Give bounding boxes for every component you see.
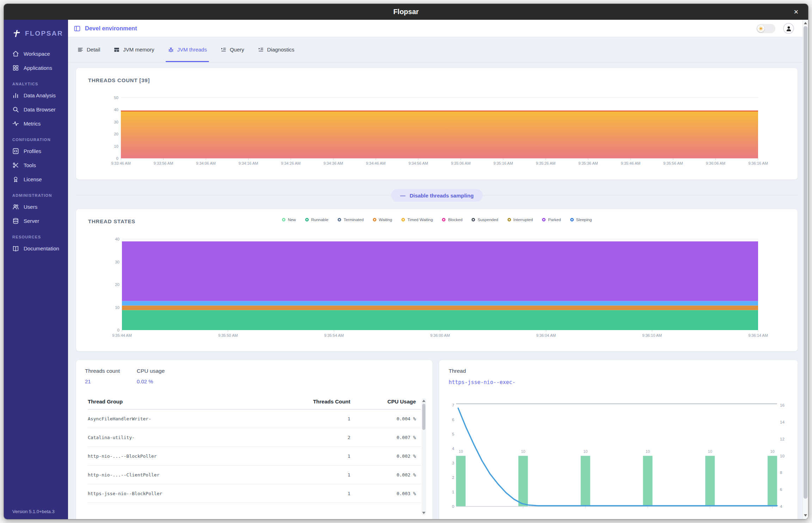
svg-text:10: 10 bbox=[780, 454, 785, 458]
table-row[interactable]: Catalina-utility-20.007 % bbox=[88, 428, 421, 447]
cell-thread-group: http-nio-...--ClientPoller bbox=[88, 472, 289, 478]
svg-text:10: 10 bbox=[770, 449, 774, 454]
environment-selector[interactable]: Devel environment bbox=[74, 20, 137, 37]
panel-toggle-icon[interactable] bbox=[74, 25, 81, 32]
sidebar-item-label: Applications bbox=[24, 65, 52, 71]
legend-ring bbox=[442, 218, 445, 221]
theme-toggle[interactable] bbox=[756, 24, 775, 33]
svg-text:9:33:56 AM: 9:33:56 AM bbox=[154, 161, 173, 165]
close-icon[interactable]: × bbox=[790, 4, 802, 20]
svg-text:9:35:36 AM: 9:35:36 AM bbox=[578, 161, 598, 165]
award-icon bbox=[12, 176, 19, 183]
table-row[interactable]: http-nio-...--BlockPoller10.002 % bbox=[88, 447, 421, 466]
threads-count-value: 21 bbox=[85, 378, 91, 384]
legend-item-waiting[interactable]: Waiting bbox=[373, 218, 392, 222]
playlist-icon bbox=[220, 47, 227, 53]
sidebar-item-label: Users bbox=[24, 204, 37, 210]
sidebar-item-workspace[interactable]: Workspace bbox=[4, 47, 68, 61]
user-avatar[interactable] bbox=[783, 23, 794, 34]
table-header: Thread Group Threads Count CPU Usage bbox=[88, 394, 421, 409]
sidebar-item-tools[interactable]: Tools bbox=[4, 158, 68, 172]
legend-label: Terminated bbox=[344, 218, 364, 222]
svg-text:9:34:26 AM: 9:34:26 AM bbox=[281, 161, 301, 165]
sun-icon[interactable] bbox=[757, 25, 764, 32]
sidebar-item-data-analysis[interactable]: Data Analysis bbox=[4, 88, 68, 102]
legend-label: Waiting bbox=[379, 218, 392, 222]
legend-item-runnable[interactable]: Runnable bbox=[305, 218, 328, 222]
tab-jvm-threads[interactable]: JVM threads bbox=[168, 37, 207, 62]
tab-query[interactable]: Query bbox=[220, 37, 244, 62]
table-row[interactable]: http-nio-...--ClientPoller10.002 % bbox=[88, 466, 421, 484]
sidebar-item-profiles[interactable]: Profiles bbox=[4, 144, 68, 158]
svg-text:0: 0 bbox=[452, 504, 454, 509]
sidebar-item-documentation[interactable]: Documentation bbox=[4, 241, 68, 255]
bug-icon bbox=[168, 47, 174, 53]
sidebar-item-license[interactable]: License bbox=[4, 172, 68, 186]
cell-threads-count: 1 bbox=[289, 454, 350, 459]
cell-cpu-usage: 0.003 % bbox=[350, 491, 421, 496]
sidebar-item-label: Documentation bbox=[24, 245, 59, 251]
legend-ring bbox=[542, 218, 546, 221]
svg-text:14: 14 bbox=[780, 420, 785, 424]
sidebar-item-applications[interactable]: Applications bbox=[4, 61, 68, 75]
scroll-down-icon[interactable] bbox=[422, 510, 426, 515]
cell-thread-group: https-jsse-nio--BlockPoller bbox=[88, 491, 289, 496]
svg-text:9:34:16 AM: 9:34:16 AM bbox=[239, 161, 258, 165]
tab-detail[interactable]: Detail bbox=[77, 37, 100, 62]
tab-label: JVM threads bbox=[177, 47, 207, 53]
legend-item-sleeping[interactable]: Sleeping bbox=[570, 218, 592, 222]
svg-text:4: 4 bbox=[452, 446, 455, 451]
svg-text:7: 7 bbox=[452, 403, 454, 407]
legend-item-suspended[interactable]: Suspended bbox=[472, 218, 498, 222]
legend-ring bbox=[373, 218, 376, 221]
svg-text:6: 6 bbox=[452, 418, 454, 422]
environment-title[interactable]: Devel environment bbox=[85, 25, 137, 32]
scroll-up-icon[interactable] bbox=[422, 398, 426, 403]
scroll-down-icon[interactable] bbox=[803, 513, 808, 518]
legend-label: Runnable bbox=[311, 218, 328, 222]
legend-label: Blocked bbox=[448, 218, 462, 222]
svg-text:9:34:46 AM: 9:34:46 AM bbox=[366, 161, 386, 165]
disable-sampling-button[interactable]: — Disable threads sampling bbox=[391, 189, 483, 202]
table-row[interactable]: https-jsse-nio--BlockPoller10.003 % bbox=[88, 484, 421, 503]
table-scrollbar[interactable] bbox=[422, 398, 426, 515]
table-scroll-thumb[interactable] bbox=[422, 404, 425, 430]
main-scroll-thumb[interactable] bbox=[804, 26, 807, 499]
server-icon bbox=[12, 218, 19, 224]
window-title: Flopsar bbox=[393, 8, 419, 16]
legend-item-parked[interactable]: Parked bbox=[542, 218, 561, 222]
svg-text:16: 16 bbox=[780, 403, 785, 407]
tab-jvm-memory[interactable]: JVM memory bbox=[113, 37, 154, 62]
svg-text:6: 6 bbox=[780, 487, 782, 492]
thread-name-link[interactable]: https-jsse-nio--exec- bbox=[449, 379, 516, 385]
main-scrollbar[interactable] bbox=[802, 20, 808, 519]
cell-threads-count: 1 bbox=[289, 416, 350, 421]
tabs: DetailJVM memoryJVM threadsQueryDiagnost… bbox=[68, 37, 808, 62]
sidebar-heading-resources: RESOURCES bbox=[4, 228, 68, 241]
tab-diagnostics[interactable]: Diagnostics bbox=[258, 37, 295, 62]
col-threads-count: Threads Count bbox=[289, 399, 350, 405]
svg-text:20: 20 bbox=[114, 132, 118, 136]
cell-threads-count: 2 bbox=[289, 435, 350, 440]
legend-label: Interrupted bbox=[513, 218, 533, 222]
logo: FLOPSAR bbox=[4, 20, 68, 42]
cell-thread-group: http-nio-...--BlockPoller bbox=[88, 454, 289, 459]
svg-text:5: 5 bbox=[452, 432, 454, 436]
sidebar-item-metrics[interactable]: Metrics bbox=[4, 116, 68, 130]
legend-item-new[interactable]: New bbox=[282, 218, 296, 222]
scroll-up-icon[interactable] bbox=[803, 20, 808, 25]
thread-states-chart: 0102030409:35:44 AM9:35:50 AM9:35:54 AM9… bbox=[85, 233, 798, 339]
legend-item-timed-waiting[interactable]: Timed Waiting bbox=[401, 218, 433, 222]
svg-text:30: 30 bbox=[115, 260, 119, 264]
legend-item-interrupted[interactable]: Interrupted bbox=[508, 218, 533, 222]
legend-item-terminated[interactable]: Terminated bbox=[338, 218, 364, 222]
svg-text:10: 10 bbox=[646, 449, 650, 454]
cell-thread-group: AsyncFileHandlerWriter- bbox=[88, 416, 289, 421]
table-row[interactable]: AsyncFileHandlerWriter-10.004 % bbox=[88, 409, 421, 428]
sidebar-item-data-browser[interactable]: Data Browser bbox=[4, 102, 68, 116]
svg-text:9:35:46 AM: 9:35:46 AM bbox=[621, 161, 641, 165]
sidebar-item-server[interactable]: Server bbox=[4, 214, 68, 228]
sidebar-item-users[interactable]: Users bbox=[4, 200, 68, 214]
legend-item-blocked[interactable]: Blocked bbox=[442, 218, 462, 222]
cell-cpu-usage: 0.002 % bbox=[350, 454, 421, 459]
